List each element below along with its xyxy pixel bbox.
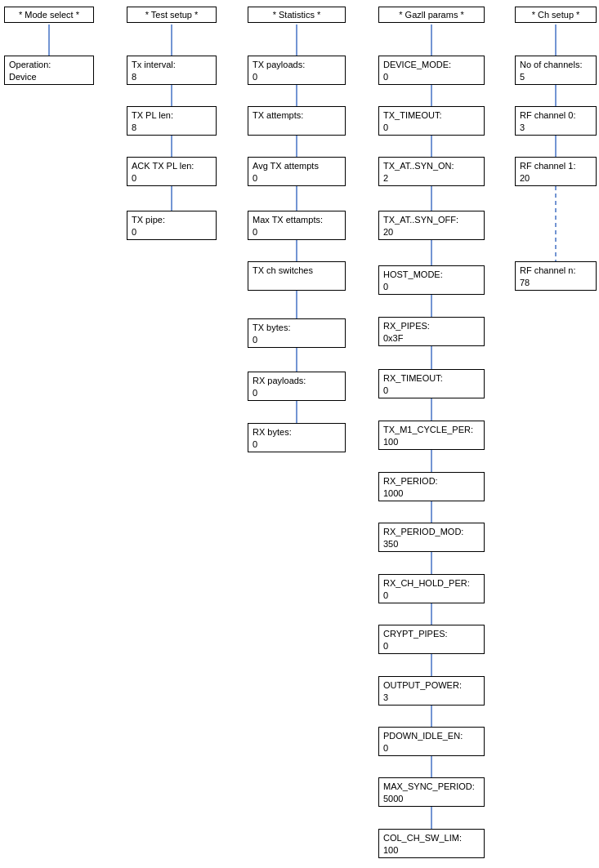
ch-setup-header: * Ch setup * xyxy=(515,7,597,23)
tx-ch-switches-box: TX ch switches xyxy=(248,261,346,291)
crypt-pipes-box: CRYPT_PIPES:0 xyxy=(378,625,485,654)
operation-box: Operation:Device xyxy=(4,56,94,85)
rf-channel-n-box: RF channel n:78 xyxy=(515,261,597,291)
rx-payloads-box: RX payloads:0 xyxy=(248,372,346,401)
rx-ch-hold-per-box: RX_CH_HOLD_PER:0 xyxy=(378,574,485,603)
tx-at-syn-off-box: TX_AT..SYN_OFF:20 xyxy=(378,211,485,240)
statistics-header: * Statistics * xyxy=(248,7,346,23)
tx-pl-len-box: TX PL len:8 xyxy=(127,106,217,136)
tx-pipe-box: TX pipe:0 xyxy=(127,211,217,240)
test-setup-header: * Test setup * xyxy=(127,7,217,23)
gazll-params-header: * Gazll params * xyxy=(378,7,485,23)
col-ch-sw-lim-box: COL_CH_SW_LIM:100 xyxy=(378,829,485,858)
avg-tx-attempts-box: Avg TX attempts0 xyxy=(248,157,346,186)
tx-interval-box: Tx interval:8 xyxy=(127,56,217,85)
tx-m1-cycle-per-box: TX_M1_CYCLE_PER:100 xyxy=(378,421,485,450)
tx-payloads-box: TX payloads:0 xyxy=(248,56,346,85)
rx-timeout-box: RX_TIMEOUT:0 xyxy=(378,369,485,398)
tx-attempts-box: TX attempts: xyxy=(248,106,346,136)
ack-tx-pl-len-box: ACK TX PL len:0 xyxy=(127,157,217,186)
max-tx-ettampts-box: Max TX ettampts:0 xyxy=(248,211,346,240)
max-sync-period-box: MAX_SYNC_PERIOD:5000 xyxy=(378,777,485,807)
pdown-idle-en-box: PDOWN_IDLE_EN:0 xyxy=(378,727,485,756)
rf-channel-1-box: RF channel 1:20 xyxy=(515,157,597,186)
tx-bytes-box: TX bytes:0 xyxy=(248,318,346,348)
output-power-box: OUTPUT_POWER:3 xyxy=(378,676,485,706)
rf-channel-0-box: RF channel 0:3 xyxy=(515,106,597,136)
diagram: * Mode select * Operation:Device * Test … xyxy=(0,0,599,868)
device-mode-box: DEVICE_MODE:0 xyxy=(378,56,485,85)
tx-at-syn-on-box: TX_AT..SYN_ON:2 xyxy=(378,157,485,186)
rx-period-mod-box: RX_PERIOD_MOD:350 xyxy=(378,523,485,552)
rx-pipes-box: RX_PIPES:0x3F xyxy=(378,317,485,346)
rx-period-box: RX_PERIOD:1000 xyxy=(378,472,485,501)
rx-bytes-box: RX bytes:0 xyxy=(248,423,346,452)
mode-select-header: * Mode select * xyxy=(4,7,94,23)
no-of-channels-box: No of channels:5 xyxy=(515,56,597,85)
host-mode-box: HOST_MODE:0 xyxy=(378,265,485,295)
tx-timeout-box: TX_TIMEOUT:0 xyxy=(378,106,485,136)
